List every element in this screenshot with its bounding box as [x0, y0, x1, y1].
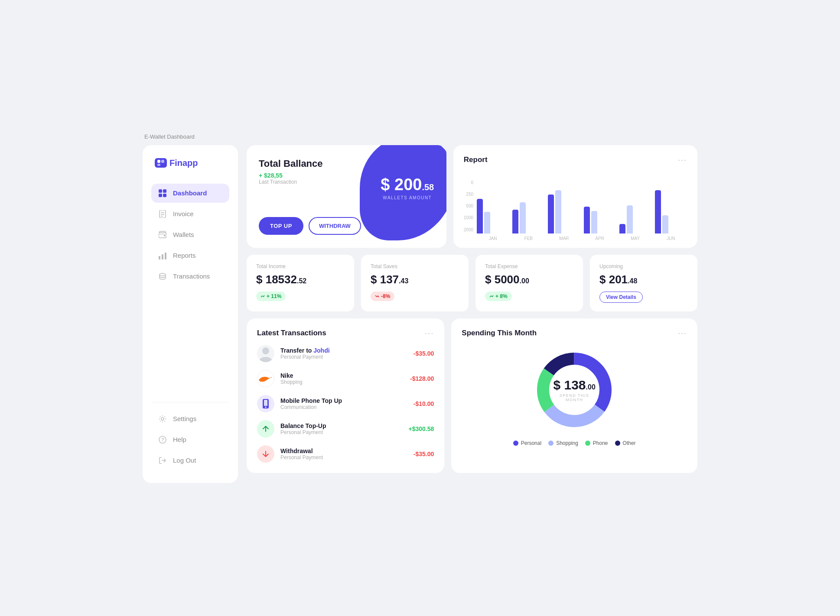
withdraw-button[interactable]: WITHDRAW	[309, 217, 361, 235]
svg-rect-1	[161, 160, 164, 163]
sidebar-item-settings[interactable]: Settings	[151, 409, 229, 428]
balance-blob: $ 200.58 WALLETS AMOUNT	[360, 145, 446, 240]
logo-icon	[155, 158, 167, 168]
report-header: Report ···	[464, 156, 687, 165]
legend-label-phone: Phone	[593, 440, 608, 446]
spending-label: SPEND THIS MONTH	[553, 393, 596, 402]
transaction-info-phone: Mobile Phone Top Up Communication	[280, 397, 407, 410]
transaction-amount-balance: +$300.58	[409, 425, 434, 432]
bar-group-jan	[477, 199, 509, 233]
bar-group-feb	[512, 202, 544, 233]
bar-may-dark	[619, 224, 625, 233]
bar-mar-light	[555, 190, 561, 233]
transaction-category-balance: Personal Payment	[280, 429, 403, 435]
transaction-info-withdrawal: Withdrawal Personal Payment	[280, 447, 407, 460]
bars-container	[477, 173, 687, 233]
x-label-mar: MAR	[548, 236, 580, 241]
sidebar-item-transactions[interactable]: Transactions	[151, 267, 229, 286]
svg-rect-15	[162, 254, 163, 259]
settings-label: Settings	[173, 415, 196, 422]
transaction-name-johdi: Transfer to Johdi	[280, 347, 407, 354]
y-label-0: 0	[464, 180, 473, 185]
svg-rect-5	[159, 194, 162, 197]
wallets-label: Wallets	[173, 231, 194, 238]
svg-rect-14	[159, 256, 160, 259]
reports-label: Reports	[173, 252, 196, 259]
legend-personal: Personal	[513, 440, 541, 446]
sidebar-item-invoice[interactable]: Invoice	[151, 204, 229, 224]
settings-icon	[158, 415, 167, 423]
report-more-button[interactable]: ···	[678, 156, 687, 165]
transaction-category-johdi: Personal Payment	[280, 354, 407, 360]
svg-rect-16	[165, 253, 166, 259]
legend-dot-phone	[585, 441, 590, 446]
transaction-amount-nike: -$128.00	[410, 375, 434, 382]
legend-dot-personal	[513, 441, 518, 446]
stat-card-income: Total Income $ 18532.52 + 11%	[247, 255, 354, 311]
bar-jan-light	[484, 212, 490, 233]
bottom-nav: Settings ? Help	[151, 409, 229, 470]
sidebar-item-dashboard[interactable]: Dashboard	[151, 184, 229, 203]
stat-amount-income: $ 18532.52	[256, 273, 345, 286]
transaction-category-nike: Shopping	[280, 379, 404, 385]
svg-rect-2	[157, 164, 160, 166]
invoice-icon	[158, 210, 167, 218]
spending-more-button[interactable]: ···	[678, 329, 687, 338]
y-label-500: 500	[464, 204, 473, 208]
svg-rect-3	[159, 189, 162, 193]
transaction-amount-withdrawal: -$35.00	[413, 451, 434, 457]
bar-feb-dark	[512, 210, 518, 233]
transaction-name-phone: Mobile Phone Top Up	[280, 397, 407, 404]
donut-center: $ 138.00 SPEND THIS MONTH	[553, 378, 596, 402]
nav-divider	[151, 402, 229, 402]
spending-header: Spending This Month ···	[462, 329, 687, 338]
wallets-icon	[158, 230, 167, 239]
dashboard-icon	[158, 189, 167, 198]
y-label-2000: 2000	[464, 227, 473, 232]
layout: Finapp Dashboard	[143, 145, 697, 483]
topup-button[interactable]: TOP UP	[259, 217, 303, 235]
y-label-250: 250	[464, 192, 473, 197]
main-content: Total Ballance + $28,55 Last Transaction…	[247, 145, 697, 483]
transaction-category-withdrawal: Personal Payment	[280, 454, 407, 460]
sidebar-item-wallets[interactable]: Wallets	[151, 225, 229, 244]
sidebar: Finapp Dashboard	[143, 145, 238, 483]
legend-other: Other	[615, 440, 636, 446]
spending-legend: Personal Shopping Phone Other	[462, 440, 687, 446]
svg-point-25	[265, 406, 267, 408]
x-labels: JAN FEB MAR APR MAY JUN	[477, 236, 687, 241]
dashboard-label: Dashboard	[173, 189, 207, 197]
bar-group-mar	[548, 190, 580, 233]
transactions-title: Latest Transactions	[257, 329, 326, 337]
x-label-may: MAY	[619, 236, 651, 241]
legend-dot-other	[615, 441, 620, 446]
avatar-withdrawal	[257, 445, 274, 463]
sidebar-item-reports[interactable]: Reports	[151, 246, 229, 265]
donut-container: $ 138.00 SPEND THIS MONTH	[462, 347, 687, 433]
transaction-item-balance: Balance Top-Up Personal Payment +$300.58	[257, 420, 434, 438]
stat-amount-saves: $ 137.43	[371, 273, 459, 286]
wallet-amount: $ 200.58	[381, 176, 434, 193]
svg-rect-0	[157, 160, 160, 163]
bar-group-jun	[655, 190, 687, 233]
top-row: Total Ballance + $28,55 Last Transaction…	[247, 145, 697, 248]
stat-card-upcoming: Upcoming $ 201.48 View Details	[590, 255, 697, 311]
legend-label-other: Other	[623, 440, 636, 446]
transaction-item-nike: Nike Shopping -$128.00	[257, 370, 434, 387]
svg-rect-24	[264, 400, 267, 406]
sidebar-item-help[interactable]: ? Help	[151, 430, 229, 449]
transactions-list: Transfer to Johdi Personal Payment -$35.…	[257, 345, 434, 463]
chart-y-labels: 2000 1000 500 250 0	[464, 180, 473, 241]
bar-may-light	[627, 205, 633, 233]
transaction-item-phone: Mobile Phone Top Up Communication -$10.0…	[257, 395, 434, 412]
svg-point-13	[164, 235, 166, 237]
stat-amount-upcoming: $ 201.48	[599, 273, 688, 286]
trend-up-icon-2	[489, 294, 494, 298]
x-label-jan: JAN	[477, 236, 509, 241]
sidebar-item-logout[interactable]: Log Out	[151, 451, 229, 470]
svg-point-17	[160, 273, 166, 276]
nav-section: Dashboard Invoice	[151, 184, 229, 395]
view-details-button[interactable]: View Details	[599, 292, 643, 303]
legend-shopping: Shopping	[548, 440, 578, 446]
transactions-more-button[interactable]: ···	[425, 329, 434, 338]
